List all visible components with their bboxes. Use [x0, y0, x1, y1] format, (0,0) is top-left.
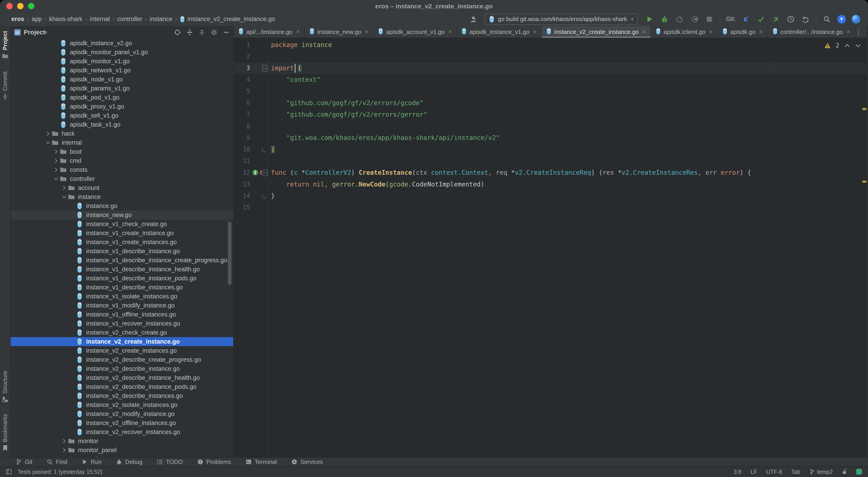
tree-file-row[interactable]: instance_v2_recover_instances.go: [11, 427, 233, 437]
tree-file-row[interactable]: instance_v1_check_create.go: [11, 219, 233, 229]
search-everywhere-button[interactable]: [822, 15, 831, 24]
chevron-right-icon[interactable]: [61, 447, 68, 453]
breadcrumb-item[interactable]: controller: [116, 16, 144, 23]
close-icon[interactable]: ×: [642, 28, 646, 35]
chevron-right-icon[interactable]: [61, 438, 68, 444]
code-line[interactable]: 7 "github.com/gogf/gf/v2/errors/gerror": [234, 109, 867, 120]
toolwindow-button-problems[interactable]: Problems: [197, 458, 231, 466]
tree-file-row[interactable]: instance_v2_describe_instance.go: [11, 364, 233, 373]
tree-file-row[interactable]: instance_v1_offline_instances.go: [11, 310, 233, 319]
close-icon[interactable]: ×: [448, 28, 452, 35]
editor-tab[interactable]: controller/.../instance.go×: [768, 26, 855, 38]
tree-folder-row[interactable]: network: [11, 455, 233, 457]
tree-file-row[interactable]: apisdk_monitor_v1.go: [11, 57, 233, 66]
tree-file-row[interactable]: instance_v1_describe_instances.go: [11, 283, 233, 292]
tree-file-row[interactable]: instance_v2_describe_instance_health.go: [11, 373, 233, 382]
tree-folder-row[interactable]: hack: [11, 129, 233, 138]
code-line[interactable]: 4 "context": [234, 74, 867, 85]
tree-file-row[interactable]: instance_v2_describe_instances.go: [11, 391, 233, 400]
tree-file-row[interactable]: instance_v2_create_instances.go: [11, 346, 233, 355]
tree-file-row[interactable]: instance_v2_isolate_instances.go: [11, 400, 233, 409]
debug-button[interactable]: [660, 15, 669, 24]
update-available-button[interactable]: [837, 15, 846, 24]
tree-file-row[interactable]: apisdk_task_v1.go: [11, 120, 233, 129]
warning-stripe-mark[interactable]: [862, 108, 866, 110]
code-line[interactable]: 11: [234, 155, 867, 167]
warning-stripe-mark[interactable]: [862, 181, 866, 183]
readonly-toggle[interactable]: [842, 469, 847, 475]
toolwindow-button-debug[interactable]: Debug: [116, 458, 143, 466]
tree-file-row[interactable]: apisdk_pod_v1.go: [11, 93, 233, 102]
breadcrumb-item[interactable]: app: [30, 16, 43, 23]
tree-file-row[interactable]: instance_v2_describe_instance_pods.go: [11, 382, 233, 391]
editor-tab[interactable]: apisdk.iclient.go×: [651, 26, 718, 38]
code-line[interactable]: 1package instance: [234, 39, 867, 51]
toolwindow-button-git[interactable]: Git: [16, 458, 32, 466]
code-line[interactable]: 8: [234, 120, 867, 132]
code-line[interactable]: 12–func (c *ControllerV2) CreateInstance…: [234, 167, 867, 178]
close-icon[interactable]: ×: [846, 28, 850, 35]
toolwindow-button-structure[interactable]: Structure: [2, 371, 8, 403]
tree-file-row[interactable]: instance_v2_check_create.go: [11, 328, 233, 337]
tree-file-row[interactable]: apisdk_monitor_panel_v1.go: [11, 48, 233, 57]
toolwindow-button-commit[interactable]: Commit: [2, 71, 8, 100]
git-commit-button[interactable]: [756, 15, 765, 24]
tree-folder-row[interactable]: internal: [11, 138, 233, 147]
tree-file-row[interactable]: instance_v2_modify_instance.go: [11, 409, 233, 418]
toolwindow-button-services[interactable]: Services: [291, 458, 323, 466]
tree-file-row[interactable]: apisdk_node_v1.go: [11, 75, 233, 84]
close-icon[interactable]: ×: [759, 28, 763, 35]
select-opened-file-button[interactable]: [174, 29, 181, 36]
editor-tab[interactable]: apisdk_account_v1.go×: [373, 26, 457, 38]
code-line[interactable]: 5: [234, 86, 867, 97]
tree-folder-row[interactable]: account: [11, 183, 233, 192]
chevron-right-icon[interactable]: [53, 167, 59, 173]
status-indent-style[interactable]: Tab: [791, 469, 800, 475]
tree-folder-row[interactable]: cmd: [11, 156, 233, 165]
tree-file-row[interactable]: instance_v1_describe_instance_health.go: [11, 265, 233, 274]
tree-file-row[interactable]: apisdk_instance_v2.go: [11, 39, 233, 48]
run-configuration-select[interactable]: go build git.woa.com/khaos/eros/app/khao…: [485, 13, 638, 25]
tree-file-row[interactable]: instance_v1_describe_instance_pods.go: [11, 274, 233, 283]
toolwindow-button-terminal[interactable]: Terminal: [246, 458, 277, 466]
code-line[interactable]: 9 "git.woa.com/khaos/eros/app/khaos-shar…: [234, 132, 867, 144]
project-tree-scrollbar[interactable]: [228, 221, 231, 285]
tree-folder-row[interactable]: monitor: [11, 437, 233, 446]
close-icon[interactable]: ×: [709, 28, 713, 35]
inspections-widget[interactable]: 2: [825, 42, 861, 49]
code-line[interactable]: 6 "github.com/gogf/gf/v2/errors/gcode": [234, 97, 867, 109]
git-update-button[interactable]: [741, 15, 750, 24]
tree-file-row[interactable]: instance_v2_offline_instances.go: [11, 418, 233, 427]
tree-file-row[interactable]: instance_v1_create_instances.go: [11, 238, 233, 247]
history-button[interactable]: [786, 15, 795, 24]
tree-file-row[interactable]: apisdk_sell_v1.go: [11, 111, 233, 120]
breadcrumb-item[interactable]: eros: [10, 16, 26, 23]
breadcrumb-item[interactable]: khaos-shark: [48, 16, 84, 23]
tree-file-row[interactable]: apisdk_network_v1.go: [11, 66, 233, 75]
tab-options-button[interactable]: ⋮: [855, 26, 867, 38]
tree-file-row[interactable]: instance_v1_recover_instances.go: [11, 319, 233, 328]
code-editor[interactable]: 1package instance23–import (4 "context"5…: [234, 38, 867, 457]
editor-tab[interactable]: apisdk.go×: [718, 26, 768, 38]
breadcrumb-file[interactable]: instance_v2_create_instance.go: [178, 16, 275, 23]
code-line[interactable]: 15: [234, 202, 867, 213]
toolwindow-button-find[interactable]: Find: [47, 458, 67, 466]
avatar[interactable]: [852, 15, 860, 24]
status-plugin-icon[interactable]: [856, 469, 862, 475]
toolwindow-button-run[interactable]: Run: [82, 458, 102, 466]
code-line[interactable]: 10): [234, 144, 867, 155]
toolwindow-layout-icon[interactable]: [6, 469, 12, 475]
editor-tab[interactable]: apisdk_instance_v1.go×: [457, 26, 541, 38]
tree-file-row[interactable]: apisdk_params_v1.go: [11, 84, 233, 93]
close-icon[interactable]: ×: [365, 28, 368, 35]
tree-file-row[interactable]: instance.go: [11, 202, 233, 210]
tree-file-row[interactable]: instance_v1_describe_instance_create_pro…: [11, 256, 233, 265]
close-icon[interactable]: ×: [296, 28, 300, 35]
breadcrumb-item[interactable]: internal: [88, 16, 111, 23]
code-line[interactable]: 2: [234, 51, 867, 62]
fold-region-icon[interactable]: –: [262, 170, 268, 176]
chevron-down-icon[interactable]: [61, 193, 68, 200]
prev-warning-button[interactable]: [844, 42, 850, 49]
gear-icon[interactable]: [211, 29, 217, 36]
run-button[interactable]: [645, 15, 654, 24]
